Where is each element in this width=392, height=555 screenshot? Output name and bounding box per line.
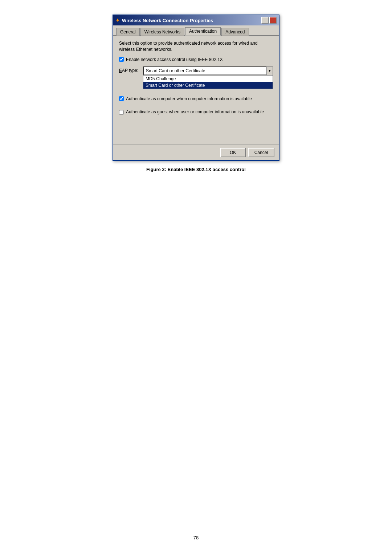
tab-authentication[interactable]: Authentication: [185, 27, 221, 36]
dropdown-arrow-icon[interactable]: ▼: [266, 66, 273, 75]
tab-general[interactable]: General: [116, 28, 140, 36]
figure-caption: Figure 2: Enable IEEE 802.1X access cont…: [146, 167, 246, 172]
auth-computer-checkbox[interactable]: [119, 96, 124, 101]
eap-row-wrapper: Smart Card or other Certificate ▼ MD5-Ch…: [143, 66, 273, 75]
cancel-button[interactable]: Cancel: [248, 148, 274, 157]
tab-bar: General Wireless Networks Authentication…: [113, 25, 279, 36]
enable-checkbox-row: Enable network access control using IEEE…: [119, 57, 273, 62]
page-number: 78: [0, 535, 392, 540]
page-wrapper: ✦ Wireless Network Connection Properties…: [69, 15, 323, 172]
description-text: Select this option to provide authentica…: [119, 40, 273, 53]
eap-select-container: Smart Card or other Certificate ▼: [143, 66, 273, 75]
tab-advanced[interactable]: Advanced: [221, 28, 249, 36]
eap-label: EAP type:: [119, 66, 140, 73]
eap-dropdown-menu: MD5-Challenge Smart Card or other Certif…: [143, 75, 273, 89]
dialog-footer: OK Cancel: [113, 145, 279, 160]
dialog-body: Select this option to provide authentica…: [113, 36, 279, 145]
enable-ieee-label: Enable network access control using IEEE…: [126, 57, 223, 62]
eap-select-display[interactable]: Smart Card or other Certificate: [143, 66, 273, 75]
auth-computer-label: Authenticate as computer when computer i…: [126, 96, 252, 101]
dialog-window: ✦ Wireless Network Connection Properties…: [113, 15, 279, 161]
title-controls: [261, 17, 277, 24]
ok-button[interactable]: OK: [220, 148, 246, 157]
dialog-title: Wireless Network Connection Properties: [122, 18, 213, 23]
help-button[interactable]: [261, 17, 269, 24]
title-bar-left: ✦ Wireless Network Connection Properties: [115, 17, 213, 23]
auth-guest-label: Authenticate as guest when user or compu…: [126, 109, 264, 114]
tab-wireless-networks[interactable]: Wireless Networks: [140, 28, 184, 36]
title-icon: ✦: [115, 17, 120, 23]
close-button[interactable]: [269, 17, 277, 24]
auth-guest-checkbox[interactable]: [119, 110, 124, 115]
auth-guest-row: Authenticate as guest when user or compu…: [119, 109, 273, 115]
eap-option-md5[interactable]: MD5-Challenge: [143, 76, 273, 82]
spacer3: [119, 119, 273, 141]
auth-computer-row: Authenticate as computer when computer i…: [119, 96, 273, 101]
title-bar: ✦ Wireless Network Connection Properties: [113, 15, 279, 25]
eap-option-smartcard-highlighted[interactable]: Smart Card or other Certificate: [143, 82, 273, 89]
spacer2: [119, 106, 273, 109]
eap-section: EAP type: Smart Card or other Certificat…: [119, 66, 273, 75]
enable-ieee-checkbox[interactable]: [119, 57, 124, 62]
